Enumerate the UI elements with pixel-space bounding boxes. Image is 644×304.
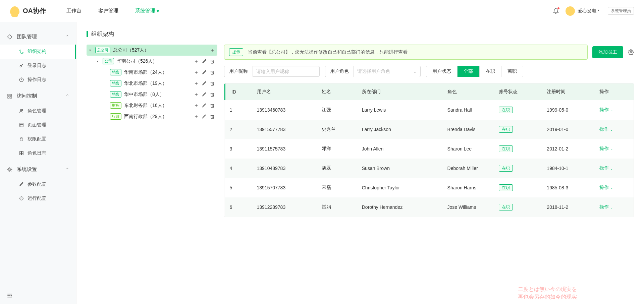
add-icon[interactable] [194,92,199,97]
cell-username: 13915707783 [252,178,317,197]
add-icon[interactable] [194,59,199,64]
branch-icon [19,49,24,54]
svg-rect-5 [10,94,12,96]
sidebar-item-页面管理[interactable]: 页面管理 [0,118,76,132]
cell-status: 在职 [494,178,542,197]
node-tag: 销售 [110,69,121,75]
tree-node[interactable]: 财务 东北财务部（16人） [101,100,217,111]
delete-icon[interactable] [210,114,215,119]
sidebar-item-权限配置[interactable]: 权限配置 [0,132,76,146]
tree-node[interactable]: 销售 华北市场部（19人） [101,78,217,89]
column-header: 姓名 [317,83,357,100]
svg-point-19 [21,198,22,199]
sidebar-section-head[interactable]: 系统设置⌃ [0,162,76,177]
delete-icon[interactable] [210,70,215,75]
row-action-link[interactable]: 操作 ⌄ [599,165,629,171]
row-action-link[interactable]: 操作 ⌄ [599,107,629,113]
delete-icon[interactable] [210,59,215,64]
page-title: 组织架构 [91,30,114,38]
node-tag: 公司 [103,58,114,64]
status-btn-all[interactable]: 全部 [458,66,479,77]
edit-icon[interactable] [202,103,207,108]
cell-name: 胡磊 [317,159,357,178]
cell-username: 13913460783 [252,100,317,120]
sidebar-item-组织架构[interactable]: 组织架构 [0,45,76,59]
delete-icon[interactable] [210,92,215,97]
users-icon [19,108,24,114]
status-btn-on[interactable]: 在职 [479,66,501,77]
chevron-down-icon: ⌄ [610,186,613,190]
cell-reg: 1984-10-1 [542,159,595,178]
sidebar-item-角色管理[interactable]: 角色管理 [0,104,76,118]
cell-id: 2 [225,120,252,139]
row-action-link[interactable]: 操作 ⌄ [599,185,629,191]
add-icon[interactable] [210,48,215,53]
cell-role: Brenda Davis [443,120,494,139]
sidebar-section-head[interactable]: 访问控制⌃ [0,88,76,104]
cell-op: 操作 ⌄ [595,197,634,217]
user-avatar-icon[interactable] [566,6,575,16]
tree-node[interactable]: 行政 西南行政部（29人） [101,111,217,122]
sidebar-item-登录日志[interactable]: 登录日志 [0,59,76,73]
nav-customer[interactable]: 客户管理 [98,8,118,14]
svg-point-9 [22,109,23,111]
svg-rect-6 [8,97,9,98]
column-header: 注册时间 [542,83,595,100]
cell-op: 操作 ⌄ [595,139,634,159]
cell-op: 操作 ⌄ [595,100,634,120]
sidebar-item-操作日志[interactable]: 操作日志 [0,73,76,87]
row-action-link[interactable]: 操作 ⌄ [599,126,629,132]
node-label: 西南行政部（29人） [124,114,167,120]
sidebar-item-运行配置[interactable]: 运行配置 [0,191,76,205]
status-btn-off[interactable]: 离职 [501,66,523,77]
edit-icon[interactable] [202,59,207,64]
page-title-bar: 组织架构 [87,30,634,38]
cell-status: 在职 [494,100,542,120]
sidebar-section-head[interactable]: 团队管理⌃ [0,29,76,45]
node-tag: 销售 [110,91,121,98]
tree-node[interactable]: 销售 华中市场部（8人） [101,89,217,100]
chevron-down-icon: ▾ [157,8,159,14]
delete-icon[interactable] [210,103,215,108]
user-name[interactable]: 爱心发电丶 [578,8,601,14]
expand-caret-icon[interactable]: ▾ [89,48,93,52]
add-icon[interactable] [194,81,199,86]
table-row: 1 13913460783 江强 Larry Lewis Sandra Hall… [225,100,634,120]
employee-table-wrap[interactable]: ID用户名姓名所在部门角色账号状态注册时间操作 1 13913460783 江强… [224,83,634,217]
notification-bell-icon[interactable] [553,8,559,14]
svg-rect-10 [20,123,23,127]
tree-node[interactable]: ▾ 公司 华南公司（526人） [94,56,217,67]
edit-icon[interactable] [202,70,207,75]
table-row: 5 13915707783 宋磊 Christopher Taylor Shar… [225,178,634,197]
role-filter-select[interactable]: 请选择用户角色 ⌄ [354,66,421,77]
sidebar-item-参数配置[interactable]: 参数配置 [0,177,76,191]
tree-node[interactable]: ▾ 总公司 总公司（527人） [87,45,217,56]
delete-icon[interactable] [210,81,215,86]
add-icon[interactable] [194,103,199,108]
svg-point-0 [20,50,21,51]
nickname-filter-input[interactable] [253,66,320,77]
edit-icon[interactable] [202,81,207,86]
sidebar-item-角色日志[interactable]: 角色日志 [0,146,76,160]
org-tree-panel: ▾ 总公司 总公司（527人） ▾ 公司 华南公司（526人） 销售 华南市场部… [87,45,217,217]
clock-icon [19,77,24,82]
settings-gear-icon[interactable] [628,49,634,55]
row-action-link[interactable]: 操作 ⌄ [599,146,629,152]
add-icon[interactable] [194,70,199,75]
add-icon[interactable] [194,114,199,119]
collapse-sidebar-icon[interactable] [7,293,69,299]
svg-rect-7 [10,97,12,98]
add-employee-button[interactable]: 添加员工 [592,46,623,58]
cell-role: Jose Williams [443,197,494,217]
svg-rect-4 [8,94,9,96]
main-content: 组织架构 ▾ 总公司 总公司（527人） ▾ 公司 华南公司（526人） 销售 … [76,22,644,304]
cell-id: 6 [225,197,252,217]
table-row: 6 13912289783 雷娟 Dorothy Hernandez Jose … [225,197,634,217]
expand-caret-icon[interactable]: ▾ [97,59,101,63]
nav-system[interactable]: 系统管理 ▾ [135,8,159,14]
edit-icon[interactable] [202,92,207,97]
tree-node[interactable]: 销售 华南市场部（24人） [101,67,217,78]
row-action-link[interactable]: 操作 ⌄ [599,204,629,210]
edit-icon[interactable] [202,114,207,119]
nav-workspace[interactable]: 工作台 [66,8,82,14]
